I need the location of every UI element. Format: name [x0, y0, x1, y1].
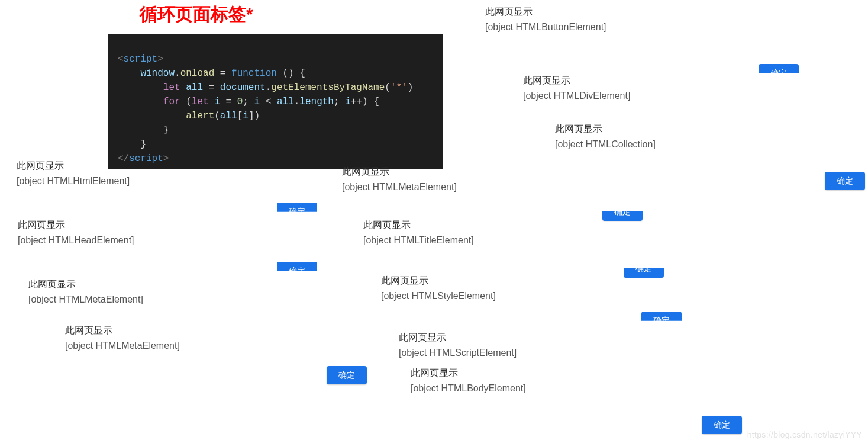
- code-token: all: [277, 97, 294, 107]
- alert-dialog: 此网页显示[object HTMLHtmlElement]: [17, 160, 130, 187]
- alert-dialog: 此网页显示[object HTMLMetaElement]: [28, 278, 143, 305]
- confirm-button[interactable]: 确定: [641, 312, 682, 330]
- alert-title: 此网页显示: [381, 275, 496, 287]
- code-token: 0: [237, 97, 243, 107]
- alert-title: 此网页显示: [18, 219, 134, 232]
- alert-dialog: 此网页显示[object HTMLHeadElement]: [18, 219, 134, 246]
- code-token: alert: [186, 111, 214, 121]
- code-token: [180, 82, 186, 93]
- code-token: }: [163, 125, 169, 136]
- confirm-button[interactable]: 确定: [327, 366, 367, 384]
- code-token: script: [124, 54, 158, 65]
- alert-title: 此网页显示: [65, 325, 180, 337]
- code-token: all: [186, 82, 203, 93]
- confirm-button[interactable]: 确定: [759, 64, 799, 82]
- code-token: .: [175, 68, 180, 79]
- confirm-button[interactable]: 确定: [624, 259, 664, 278]
- alert-dialog: 此网页显示[object HTMLButtonElement]: [485, 6, 606, 33]
- alert-message: [object HTMLMetaElement]: [28, 294, 143, 305]
- code-token: all: [220, 111, 237, 121]
- code-token: =: [203, 82, 220, 93]
- alert-dialog: 此网页显示[object HTMLMetaElement]: [342, 166, 457, 192]
- divider: [340, 208, 340, 271]
- alert-title: 此网页显示: [17, 160, 130, 172]
- code-token: =: [220, 97, 237, 107]
- code-token: (: [385, 82, 391, 93]
- code-token: (: [180, 97, 192, 107]
- code-token: function: [231, 68, 277, 79]
- code-token: [209, 97, 215, 107]
- code-token: window: [140, 68, 175, 79]
- code-token: script: [129, 153, 163, 164]
- alert-dialog: 此网页显示[object HTMLMetaElement]: [65, 325, 180, 351]
- alert-dialog: 此网页显示[object HTMLScriptElement]: [399, 332, 517, 358]
- code-token: i: [254, 97, 260, 107]
- code-token: getElementsByTagName: [271, 82, 385, 93]
- confirm-button[interactable]: 确定: [702, 416, 742, 434]
- code-token: ]): [249, 111, 260, 121]
- code-token: .: [294, 97, 300, 107]
- alert-message: [object HTMLButtonElement]: [485, 22, 606, 33]
- alert-title: 此网页显示: [363, 219, 474, 232]
- alert-message: [object HTMLMetaElement]: [342, 182, 457, 192]
- confirm-button[interactable]: 确定: [277, 262, 317, 280]
- alert-title: 此网页显示: [28, 278, 143, 291]
- code-token: ;: [243, 97, 254, 107]
- page-heading: 循环页面标签*: [140, 2, 253, 27]
- confirm-button[interactable]: 确定: [277, 203, 317, 221]
- alert-message: [object HTMLTitleElement]: [363, 235, 474, 246]
- confirm-button[interactable]: 确定: [825, 172, 865, 190]
- alert-message: [object HTMLCollection]: [555, 139, 656, 150]
- code-token: document: [220, 82, 266, 93]
- code-token: <: [260, 97, 277, 107]
- alert-message: [object HTMLDivElement]: [523, 91, 630, 101]
- alert-message: [object HTMLScriptElement]: [399, 348, 517, 358]
- code-token: >: [163, 153, 169, 164]
- code-token: () {: [277, 68, 305, 79]
- code-token: ++) {: [351, 97, 379, 107]
- code-token: i: [243, 111, 249, 121]
- alert-title: 此网页显示: [523, 75, 630, 87]
- code-token: let: [192, 97, 209, 107]
- code-token: [: [237, 111, 243, 121]
- code-token: <: [118, 54, 124, 65]
- alert-message: [object HTMLMetaElement]: [65, 341, 180, 351]
- code-token: >: [157, 54, 163, 65]
- code-token: }: [140, 139, 146, 150]
- alert-dialog: 此网页显示[object HTMLTitleElement]: [363, 219, 474, 246]
- alert-message: [object HTMLHtmlElement]: [17, 176, 130, 187]
- code-token: .: [266, 82, 272, 93]
- code-token: ;: [334, 97, 345, 107]
- watermark: https://blog.csdn.net/lazyiYYY: [747, 430, 862, 439]
- code-token: =: [214, 68, 231, 79]
- alert-dialog: 此网页显示[object HTMLCollection]: [555, 123, 656, 150]
- alert-dialog: 此网页显示[object HTMLDivElement]: [523, 75, 630, 101]
- code-snippet: <script> window.onload = function () { l…: [108, 34, 443, 169]
- alert-message: [object HTMLStyleElement]: [381, 291, 496, 301]
- code-token: length: [299, 97, 334, 107]
- alert-title: 此网页显示: [411, 367, 526, 380]
- code-token: onload: [180, 68, 215, 79]
- code-token: ): [408, 82, 414, 93]
- code-token: for: [163, 97, 180, 107]
- alert-title: 此网页显示: [485, 6, 606, 18]
- code-token: let: [163, 82, 180, 93]
- alert-message: [object HTMLBodyElement]: [411, 383, 526, 394]
- code-token: '*': [391, 82, 408, 93]
- alert-dialog: 此网页显示[object HTMLBodyElement]: [411, 367, 526, 394]
- code-token: i: [345, 97, 351, 107]
- code-token: i: [214, 97, 220, 107]
- alert-dialog: 此网页显示[object HTMLStyleElement]: [381, 275, 496, 301]
- code-token: (: [214, 111, 220, 121]
- alert-message: [object HTMLHeadElement]: [18, 235, 134, 246]
- alert-title: 此网页显示: [399, 332, 517, 344]
- alert-title: 此网页显示: [555, 123, 656, 136]
- alert-title: 此网页显示: [342, 166, 457, 178]
- confirm-button[interactable]: 确定: [602, 203, 643, 221]
